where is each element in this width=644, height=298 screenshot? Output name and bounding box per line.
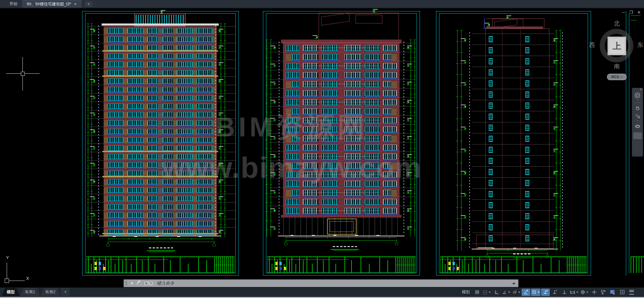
command-history-up-icon[interactable]: [512, 282, 516, 284]
drawing-entity: [541, 264, 541, 273]
drawing-entity: [463, 196, 466, 196]
drawing-entity: [218, 131, 221, 132]
annotation-monitor-toggle[interactable]: [599, 289, 608, 296]
grid-toggle[interactable]: [473, 289, 481, 296]
wrench-icon[interactable]: [136, 281, 141, 286]
command-input[interactable]: 键入命令: [157, 280, 174, 286]
drawing-entity: [380, 72, 383, 79]
snap-toggle[interactable]: [482, 289, 491, 296]
tab-layout2[interactable]: 布局2: [41, 288, 60, 296]
drawing-entity: [206, 260, 207, 273]
drawing-entity: [317, 256, 318, 273]
drawing-entity: [407, 65, 410, 67]
drawing-entity: [300, 154, 303, 161]
tab-start[interactable]: 开始: [5, 0, 22, 8]
drawing-entity: [448, 262, 451, 265]
polar-tracking-toggle[interactable]: [501, 289, 511, 296]
minimize-icon[interactable]: ─: [621, 10, 626, 15]
chevron-down-icon[interactable]: [637, 100, 639, 101]
dynamic-input-toggle[interactable]: [541, 289, 550, 296]
drawing-entity: [283, 163, 286, 170]
drawing-entity: [99, 267, 101, 270]
lineweight-toggle[interactable]: [550, 289, 559, 296]
drawing-entity: [380, 163, 383, 170]
drawing-entity: [115, 264, 115, 273]
command-line[interactable]: ✕ >_ 键入命令: [123, 279, 519, 287]
viewcube-up-face[interactable]: 上: [607, 37, 626, 55]
drawing-entity: [489, 69, 493, 75]
drawing-entity: [104, 179, 108, 185]
object-snap-toggle[interactable]: [531, 289, 540, 296]
model-space-label[interactable]: 模型: [460, 289, 472, 295]
new-layout-button[interactable]: +: [61, 288, 70, 296]
viewcube-west[interactable]: 西: [589, 41, 595, 49]
tab-close-icon[interactable]: ✕: [74, 2, 77, 6]
drawing-canvas[interactable]: BIM资源网 www.bimzyw.com: [0, 8, 644, 279]
customization-menu[interactable]: [627, 289, 636, 296]
command-grip-handle[interactable]: [125, 281, 127, 286]
clean-screen-toggle[interactable]: [618, 289, 627, 296]
drawing-entity: [553, 171, 558, 172]
drawing-entity: [108, 260, 109, 273]
transparency-toggle[interactable]: [560, 289, 569, 296]
command-prompt-icon[interactable]: >_: [144, 281, 154, 286]
isolate-objects-toggle[interactable]: [590, 289, 598, 296]
command-close-icon[interactable]: ✕: [130, 281, 133, 286]
show-motion-icon[interactable]: [633, 132, 642, 139]
viewcube[interactable]: 北 南 西 东 上: [588, 16, 641, 70]
drawing-entity: [361, 144, 365, 152]
drawing-entity: [173, 78, 177, 85]
drawing-entity: [90, 180, 95, 180]
viewcube-south[interactable]: 南: [614, 62, 620, 70]
drawing-entity: [338, 81, 344, 88]
drawing-entity: [93, 64, 96, 65]
drawing-entity: [407, 172, 412, 173]
drawing-entity: [361, 208, 365, 215]
drawing-entity: [104, 154, 108, 160]
workspace-gear-control[interactable]: [580, 289, 589, 296]
wcs-dropdown[interactable]: WCS: [607, 74, 627, 80]
drawing-entity: [407, 119, 410, 121]
drawing-entity: [224, 23, 226, 237]
graphics-performance-toggle[interactable]: [608, 289, 617, 296]
viewcube-east[interactable]: 东: [637, 41, 643, 49]
drawing-entity: [318, 144, 322, 152]
restore-icon[interactable]: ❐: [629, 10, 634, 15]
drawing-entity: [461, 82, 466, 83]
viewcube-north[interactable]: 北: [614, 19, 620, 27]
drawing-entity: [124, 221, 127, 227]
orbit-icon[interactable]: [634, 122, 641, 130]
annotation-scale-control[interactable]: 1:1: [569, 289, 579, 296]
tab-layout1[interactable]: 布局1: [20, 288, 40, 296]
isometric-drafting-toggle[interactable]: [512, 289, 521, 296]
drawing-entity: [273, 210, 276, 212]
drawing-entity: [218, 65, 221, 66]
zoom-icon[interactable]: [634, 112, 641, 120]
navigation-wheel-icon[interactable]: [634, 91, 641, 99]
drawing-entity: [553, 149, 558, 150]
drawing-entity: [485, 23, 489, 23]
tab-model[interactable]: 模型: [2, 288, 19, 296]
chevron-down-icon[interactable]: [637, 120, 639, 122]
pan-hand-icon[interactable]: [634, 104, 641, 112]
drawing-entity: [553, 60, 558, 61]
ortho-toggle[interactable]: [492, 289, 501, 296]
new-tab-button[interactable]: +: [85, 1, 92, 7]
drawing-entity: [547, 252, 548, 255]
drawing-entity: [158, 95, 163, 102]
drawing-entity: [266, 40, 268, 237]
drawing-entity: [124, 129, 127, 135]
drawing-entity: [143, 196, 147, 202]
object-snap-tracking-toggle[interactable]: [522, 289, 530, 296]
layout-tab-bar: 模型 布局1 布局2 +: [2, 288, 70, 296]
drawing-entity: [461, 193, 466, 194]
drawing-entity: [111, 256, 111, 273]
drawing-entity: [143, 78, 147, 85]
drawing-entity: [488, 24, 490, 26]
drawing-entity: [361, 63, 365, 70]
drawing-entity: [463, 174, 466, 174]
navbar-close-icon[interactable]: ✕: [640, 88, 642, 91]
tab-active-drawing[interactable]: 6#、9#楼住宅建筑图_t3* ✕: [22, 0, 82, 8]
drawing-entity: [158, 204, 163, 211]
close-icon[interactable]: ✕: [637, 10, 641, 15]
